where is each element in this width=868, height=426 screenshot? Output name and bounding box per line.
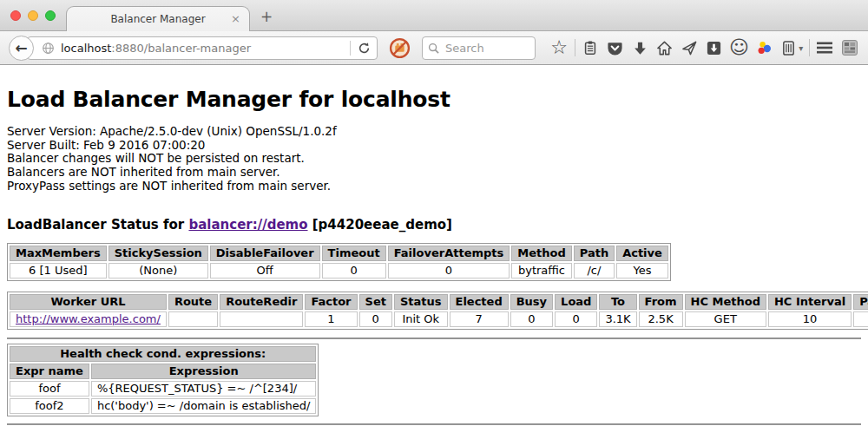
balancer-link[interactable]: balancer://demo xyxy=(188,217,307,233)
table-row: http://www.example.com/ 1 0 Init Ok 7 0 … xyxy=(10,311,868,327)
url-bar[interactable]: localhost:8880/balancer-manager xyxy=(27,36,378,60)
col-busy: Busy xyxy=(510,294,553,310)
browser-tab[interactable]: Balancer Manager × xyxy=(66,6,250,31)
navigation-toolbar: ← localhost:8880/balancer-manager ☆ xyxy=(0,31,868,65)
new-tab-button[interactable]: + xyxy=(260,8,273,25)
send-plane-icon[interactable] xyxy=(680,38,699,57)
col-expr-name: Expr name xyxy=(10,364,89,379)
sidebar-list-icon[interactable] xyxy=(779,38,799,57)
table-row: foof %{REQUEST_STATUS} =~ /^[234]/ xyxy=(10,381,316,397)
app-grid-icon[interactable] xyxy=(840,38,859,57)
col-active: Active xyxy=(616,246,668,261)
tab-close-icon[interactable]: × xyxy=(231,12,240,25)
col-to: To xyxy=(599,294,636,310)
bottom-divider xyxy=(7,423,861,425)
plugin-blocked-icon[interactable] xyxy=(389,37,411,59)
download-arrow-icon[interactable] xyxy=(630,38,649,57)
persist-notice-line: Balancer changes will NOT be persisted o… xyxy=(7,152,861,166)
hello-dots-icon[interactable] xyxy=(754,38,773,57)
cell-failoverattempts: 0 xyxy=(388,263,510,279)
toolbar-separator xyxy=(575,39,575,56)
reload-button[interactable] xyxy=(351,42,377,55)
url-path: :8880/balancer-manager xyxy=(111,42,251,55)
page-title: Load Balancer Manager for localhost xyxy=(7,87,861,112)
health-check-table: Health check cond. expressions: Expr nam… xyxy=(7,344,319,416)
feedback-smiley-icon[interactable]: ☺ xyxy=(730,38,749,57)
home-icon[interactable] xyxy=(655,38,674,57)
cell-load: 0 xyxy=(555,311,597,327)
cell-route xyxy=(168,311,218,327)
cell-active: Yes xyxy=(616,263,668,279)
cell-hc-method: GET xyxy=(685,311,766,327)
col-disablefailover: DisableFailover xyxy=(210,246,320,261)
table-title-row: Health check cond. expressions: xyxy=(10,346,316,362)
col-hc-interval: HC Interval xyxy=(768,294,852,310)
col-factor: Factor xyxy=(305,294,357,310)
globe-icon xyxy=(42,42,55,55)
bookmark-star-icon[interactable]: ☆ xyxy=(549,38,569,57)
table-row: foof2 hc('body') =~ /domain is establish… xyxy=(10,398,316,414)
back-button[interactable]: ← xyxy=(9,36,34,61)
col-load: Load xyxy=(555,294,597,310)
section-divider xyxy=(7,338,861,339)
window-controls xyxy=(10,10,56,21)
cell-passes: 1 (0) xyxy=(853,311,868,327)
cell-expression: hc('body') =~ /domain is established/ xyxy=(91,398,317,414)
table-row: 6 [1 Used] (None) Off 0 0 bytraffic /c/ … xyxy=(10,263,668,279)
health-table-title: Health check cond. expressions: xyxy=(10,346,316,362)
toolbar-icon-row: ☆ ☺ ▾ xyxy=(549,38,859,57)
pocket-icon[interactable] xyxy=(606,38,625,57)
back-arrow-icon: ← xyxy=(15,39,27,56)
cell-factor: 1 xyxy=(305,311,357,327)
status-heading-suffix: [p4420eeae_demo] xyxy=(308,217,452,233)
close-window-button[interactable] xyxy=(10,10,21,21)
server-info: Server Version: Apache/2.5.0-dev (Unix) … xyxy=(7,125,861,193)
col-worker-url: Worker URL xyxy=(10,294,167,310)
col-from: From xyxy=(639,294,683,310)
cell-elected: 7 xyxy=(450,311,509,327)
cell-maxmembers: 6 [1 Used] xyxy=(10,263,107,279)
cell-stickysession: (None) xyxy=(108,263,208,279)
url-text: localhost:8880/balancer-manager xyxy=(61,42,350,55)
cell-path: /c/ xyxy=(574,263,615,279)
cell-status: Init Ok xyxy=(394,311,448,327)
cell-set: 0 xyxy=(359,311,392,327)
col-maxmembers: MaxMembers xyxy=(10,246,107,261)
cell-expr-name: foof2 xyxy=(10,398,89,414)
minimize-window-button[interactable] xyxy=(28,10,38,21)
col-path: Path xyxy=(574,246,615,261)
cell-expr-name: foof xyxy=(10,381,89,397)
status-heading-prefix: LoadBalancer Status for xyxy=(7,217,188,233)
inherit-notice-line: Balancers are NOT inherited from main se… xyxy=(7,166,861,180)
clipboard-icon[interactable] xyxy=(581,38,600,57)
table-header-row: Worker URL Route RouteRedir Factor Set S… xyxy=(10,294,868,310)
worker-table: Worker URL Route RouteRedir Factor Set S… xyxy=(7,292,868,330)
search-input[interactable] xyxy=(444,41,530,56)
url-domain: localhost xyxy=(61,42,111,55)
server-built-line: Server Built: Feb 9 2016 07:00:20 xyxy=(7,139,861,153)
cell-routeredir xyxy=(220,311,303,327)
col-elected: Elected xyxy=(450,294,509,310)
cell-timeout: 0 xyxy=(322,263,386,279)
dropdown-caret-icon[interactable]: ▾ xyxy=(799,43,803,53)
col-timeout: Timeout xyxy=(322,246,386,261)
cell-worker-url: http://www.example.com/ xyxy=(10,311,167,327)
cell-hc-interval: 10 xyxy=(768,311,852,327)
server-version-line: Server Version: Apache/2.5.0-dev (Unix) … xyxy=(7,125,861,139)
worker-url-link[interactable]: http://www.example.com/ xyxy=(16,312,161,325)
col-status: Status xyxy=(394,294,448,310)
toolbar-separator xyxy=(809,39,810,56)
proxypass-notice-line: ProxyPass settings are NOT inherited fro… xyxy=(7,180,861,193)
col-failoverattempts: FailoverAttempts xyxy=(388,246,510,261)
page-content: Load Balancer Manager for localhost Serv… xyxy=(0,87,868,425)
cell-from: 2.5K xyxy=(639,311,683,327)
col-set: Set xyxy=(359,294,392,310)
col-expression: Expression xyxy=(91,364,317,379)
table-header-row: Expr name Expression xyxy=(10,364,316,379)
downloads-panel-icon[interactable] xyxy=(705,38,724,57)
window-titlebar: Balancer Manager × + xyxy=(0,0,868,31)
menu-hamburger-icon[interactable] xyxy=(815,38,834,57)
zoom-window-button[interactable] xyxy=(45,10,56,21)
col-passes: Passes xyxy=(853,294,868,310)
col-stickysession: StickySession xyxy=(108,246,208,261)
